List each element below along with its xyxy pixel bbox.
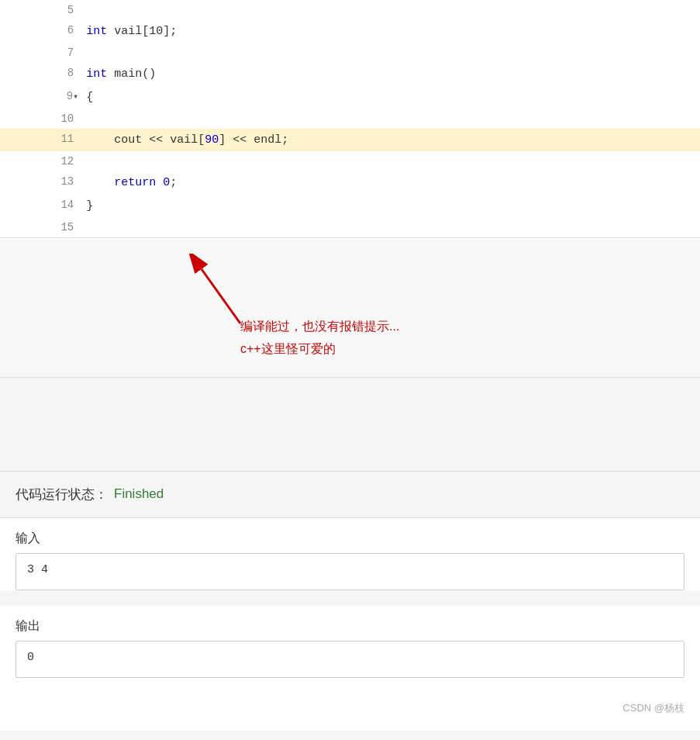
line-number: 14 [0, 195, 83, 218]
output-section: 输出 0 CSDN @杨枝 [0, 606, 700, 731]
code-line: { [83, 86, 700, 109]
table-row: 10 [0, 109, 700, 129]
input-box[interactable]: 3 4 [16, 553, 684, 590]
line-number: 7 [0, 43, 83, 63]
annotation-text: 编译能过，也没有报错提示... c++这里怪可爱的 [240, 316, 399, 361]
line-number: 10 [0, 109, 83, 129]
output-label: 输出 [0, 606, 700, 641]
input-label: 输入 [0, 518, 700, 553]
line-number: 11 [0, 129, 83, 152]
code-line [83, 151, 700, 171]
input-section: 输入 3 4 [0, 518, 700, 590]
code-line [83, 109, 700, 129]
line-number: 5 [0, 0, 83, 20]
code-line: return 0; [83, 171, 700, 195]
annotation-area: 编译能过，也没有报错提示... c++这里怪可爱的 [0, 238, 700, 378]
annotation-content: 编译能过，也没有报错提示... c++这里怪可爱的 [0, 238, 700, 269]
table-row: 15 [0, 217, 700, 237]
line-number: 12 [0, 151, 83, 171]
line-number: 8 [0, 63, 83, 86]
table-row: 12 [0, 151, 700, 171]
status-value: Finished [114, 486, 164, 502]
line-number: 6 [0, 20, 83, 43]
code-line [83, 0, 700, 20]
table-row: 11 cout << vail[90] << endl; [0, 129, 700, 152]
table-row: 7 [0, 43, 700, 63]
code-line: cout << vail[90] << endl; [83, 129, 700, 152]
code-line: int vail[10]; [83, 20, 700, 43]
code-table: 5 6 int vail[10]; 7 8 int main() 9▾ { [0, 0, 700, 237]
annotation-line2: c++这里怪可爱的 [240, 338, 399, 361]
output-box: 0 [16, 641, 684, 678]
table-row: 9▾ { [0, 86, 700, 109]
code-line [83, 217, 700, 237]
annotation-line1: 编译能过，也没有报错提示... [240, 316, 399, 338]
code-line: } [83, 195, 700, 218]
status-section: 代码运行状态： Finished [0, 471, 700, 518]
line-number: 15 [0, 217, 83, 237]
status-label: 代码运行状态： [16, 486, 108, 503]
table-row: 5 [0, 0, 700, 20]
table-row: 8 int main() [0, 63, 700, 86]
code-line [83, 43, 700, 63]
svg-line-1 [202, 269, 240, 323]
watermark: CSDN @杨枝 [0, 693, 700, 731]
code-section: 5 6 int vail[10]; 7 8 int main() 9▾ { [0, 0, 700, 238]
status-bar: 代码运行状态： Finished [0, 471, 700, 518]
line-number: 13 [0, 171, 83, 195]
separator [0, 378, 700, 424]
table-row: 14 } [0, 195, 700, 218]
table-row: 13 return 0; [0, 171, 700, 195]
table-row: 6 int vail[10]; [0, 20, 700, 43]
code-line: int main() [83, 63, 700, 86]
line-number: 9▾ [0, 86, 83, 109]
